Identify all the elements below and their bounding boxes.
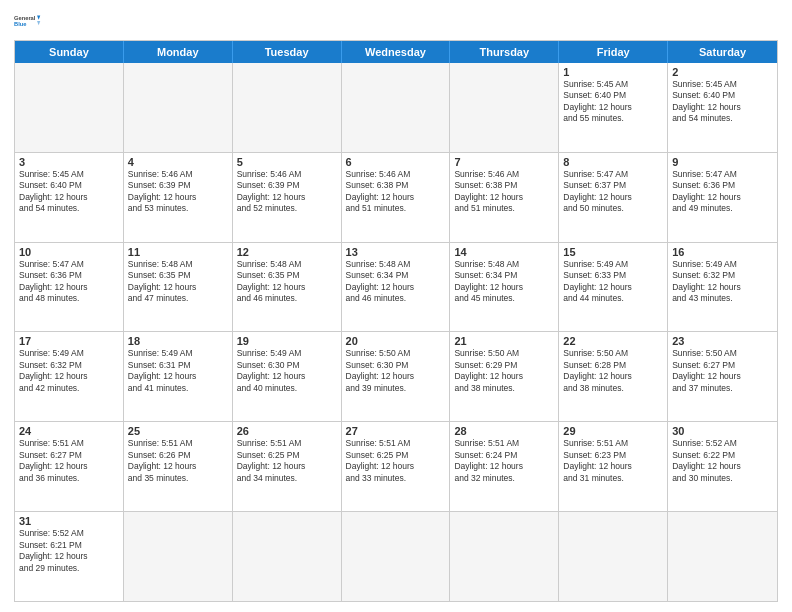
empty-cell [342, 512, 451, 601]
empty-cell [559, 512, 668, 601]
date-cell-2: 2Sunrise: 5:45 AM Sunset: 6:40 PM Daylig… [668, 63, 777, 152]
cell-info: Sunrise: 5:51 AM Sunset: 6:25 PM Dayligh… [346, 438, 446, 484]
cell-info: Sunrise: 5:50 AM Sunset: 6:28 PM Dayligh… [563, 348, 663, 394]
cell-info: Sunrise: 5:50 AM Sunset: 6:27 PM Dayligh… [672, 348, 773, 394]
cell-info: Sunrise: 5:48 AM Sunset: 6:34 PM Dayligh… [454, 259, 554, 305]
cell-info: Sunrise: 5:47 AM Sunset: 6:36 PM Dayligh… [672, 169, 773, 215]
date-cell-24: 24Sunrise: 5:51 AM Sunset: 6:27 PM Dayli… [15, 422, 124, 511]
cell-date-number: 11 [128, 246, 228, 258]
cell-date-number: 2 [672, 66, 773, 78]
cell-info: Sunrise: 5:46 AM Sunset: 6:38 PM Dayligh… [454, 169, 554, 215]
calendar-row-3: 10Sunrise: 5:47 AM Sunset: 6:36 PM Dayli… [15, 242, 777, 332]
header-cell-thursday: Thursday [450, 41, 559, 63]
cell-date-number: 28 [454, 425, 554, 437]
cell-info: Sunrise: 5:51 AM Sunset: 6:23 PM Dayligh… [563, 438, 663, 484]
cell-info: Sunrise: 5:52 AM Sunset: 6:21 PM Dayligh… [19, 528, 119, 574]
date-cell-11: 11Sunrise: 5:48 AM Sunset: 6:35 PM Dayli… [124, 243, 233, 332]
page-header: GeneralBlue [14, 10, 778, 34]
cell-info: Sunrise: 5:46 AM Sunset: 6:38 PM Dayligh… [346, 169, 446, 215]
calendar: SundayMondayTuesdayWednesdayThursdayFrid… [14, 40, 778, 602]
empty-cell [668, 512, 777, 601]
calendar-header-row: SundayMondayTuesdayWednesdayThursdayFrid… [15, 41, 777, 63]
date-cell-7: 7Sunrise: 5:46 AM Sunset: 6:38 PM Daylig… [450, 153, 559, 242]
date-cell-28: 28Sunrise: 5:51 AM Sunset: 6:24 PM Dayli… [450, 422, 559, 511]
cell-date-number: 15 [563, 246, 663, 258]
cell-info: Sunrise: 5:51 AM Sunset: 6:25 PM Dayligh… [237, 438, 337, 484]
cell-date-number: 8 [563, 156, 663, 168]
cell-info: Sunrise: 5:49 AM Sunset: 6:31 PM Dayligh… [128, 348, 228, 394]
date-cell-1: 1Sunrise: 5:45 AM Sunset: 6:40 PM Daylig… [559, 63, 668, 152]
cell-date-number: 30 [672, 425, 773, 437]
cell-info: Sunrise: 5:46 AM Sunset: 6:39 PM Dayligh… [128, 169, 228, 215]
cell-date-number: 24 [19, 425, 119, 437]
cell-date-number: 17 [19, 335, 119, 347]
cell-date-number: 21 [454, 335, 554, 347]
logo: GeneralBlue [14, 10, 46, 34]
cell-date-number: 9 [672, 156, 773, 168]
cell-date-number: 29 [563, 425, 663, 437]
cell-date-number: 16 [672, 246, 773, 258]
empty-cell [450, 63, 559, 152]
calendar-row-2: 3Sunrise: 5:45 AM Sunset: 6:40 PM Daylig… [15, 152, 777, 242]
date-cell-19: 19Sunrise: 5:49 AM Sunset: 6:30 PM Dayli… [233, 332, 342, 421]
date-cell-17: 17Sunrise: 5:49 AM Sunset: 6:32 PM Dayli… [15, 332, 124, 421]
cell-info: Sunrise: 5:50 AM Sunset: 6:29 PM Dayligh… [454, 348, 554, 394]
empty-cell [450, 512, 559, 601]
cell-date-number: 19 [237, 335, 337, 347]
header-cell-saturday: Saturday [668, 41, 777, 63]
cell-date-number: 13 [346, 246, 446, 258]
empty-cell [124, 63, 233, 152]
cell-date-number: 6 [346, 156, 446, 168]
cell-date-number: 23 [672, 335, 773, 347]
calendar-row-4: 17Sunrise: 5:49 AM Sunset: 6:32 PM Dayli… [15, 331, 777, 421]
date-cell-30: 30Sunrise: 5:52 AM Sunset: 6:22 PM Dayli… [668, 422, 777, 511]
svg-marker-3 [37, 21, 40, 25]
cell-date-number: 31 [19, 515, 119, 527]
cell-info: Sunrise: 5:52 AM Sunset: 6:22 PM Dayligh… [672, 438, 773, 484]
cell-info: Sunrise: 5:47 AM Sunset: 6:36 PM Dayligh… [19, 259, 119, 305]
cell-info: Sunrise: 5:49 AM Sunset: 6:32 PM Dayligh… [672, 259, 773, 305]
cell-date-number: 5 [237, 156, 337, 168]
cell-info: Sunrise: 5:45 AM Sunset: 6:40 PM Dayligh… [672, 79, 773, 125]
date-cell-21: 21Sunrise: 5:50 AM Sunset: 6:29 PM Dayli… [450, 332, 559, 421]
date-cell-6: 6Sunrise: 5:46 AM Sunset: 6:38 PM Daylig… [342, 153, 451, 242]
date-cell-22: 22Sunrise: 5:50 AM Sunset: 6:28 PM Dayli… [559, 332, 668, 421]
date-cell-10: 10Sunrise: 5:47 AM Sunset: 6:36 PM Dayli… [15, 243, 124, 332]
date-cell-3: 3Sunrise: 5:45 AM Sunset: 6:40 PM Daylig… [15, 153, 124, 242]
cell-date-number: 22 [563, 335, 663, 347]
logo-icon: GeneralBlue [14, 10, 46, 34]
cell-info: Sunrise: 5:51 AM Sunset: 6:24 PM Dayligh… [454, 438, 554, 484]
cell-info: Sunrise: 5:45 AM Sunset: 6:40 PM Dayligh… [563, 79, 663, 125]
cell-info: Sunrise: 5:49 AM Sunset: 6:32 PM Dayligh… [19, 348, 119, 394]
cell-date-number: 20 [346, 335, 446, 347]
date-cell-27: 27Sunrise: 5:51 AM Sunset: 6:25 PM Dayli… [342, 422, 451, 511]
header-cell-sunday: Sunday [15, 41, 124, 63]
empty-cell [124, 512, 233, 601]
cell-info: Sunrise: 5:51 AM Sunset: 6:26 PM Dayligh… [128, 438, 228, 484]
cell-date-number: 14 [454, 246, 554, 258]
cell-info: Sunrise: 5:45 AM Sunset: 6:40 PM Dayligh… [19, 169, 119, 215]
header-cell-tuesday: Tuesday [233, 41, 342, 63]
calendar-row-1: 1Sunrise: 5:45 AM Sunset: 6:40 PM Daylig… [15, 63, 777, 152]
calendar-row-6: 31Sunrise: 5:52 AM Sunset: 6:21 PM Dayli… [15, 511, 777, 601]
date-cell-16: 16Sunrise: 5:49 AM Sunset: 6:32 PM Dayli… [668, 243, 777, 332]
cell-info: Sunrise: 5:49 AM Sunset: 6:33 PM Dayligh… [563, 259, 663, 305]
cell-date-number: 7 [454, 156, 554, 168]
cell-date-number: 27 [346, 425, 446, 437]
cell-date-number: 18 [128, 335, 228, 347]
date-cell-31: 31Sunrise: 5:52 AM Sunset: 6:21 PM Dayli… [15, 512, 124, 601]
cell-info: Sunrise: 5:47 AM Sunset: 6:37 PM Dayligh… [563, 169, 663, 215]
cell-date-number: 1 [563, 66, 663, 78]
empty-cell [233, 63, 342, 152]
empty-cell [342, 63, 451, 152]
cell-date-number: 25 [128, 425, 228, 437]
cell-date-number: 26 [237, 425, 337, 437]
cell-info: Sunrise: 5:50 AM Sunset: 6:30 PM Dayligh… [346, 348, 446, 394]
header-cell-wednesday: Wednesday [342, 41, 451, 63]
date-cell-8: 8Sunrise: 5:47 AM Sunset: 6:37 PM Daylig… [559, 153, 668, 242]
empty-cell [15, 63, 124, 152]
svg-text:General: General [14, 15, 36, 21]
cell-date-number: 3 [19, 156, 119, 168]
cell-date-number: 4 [128, 156, 228, 168]
cell-info: Sunrise: 5:51 AM Sunset: 6:27 PM Dayligh… [19, 438, 119, 484]
